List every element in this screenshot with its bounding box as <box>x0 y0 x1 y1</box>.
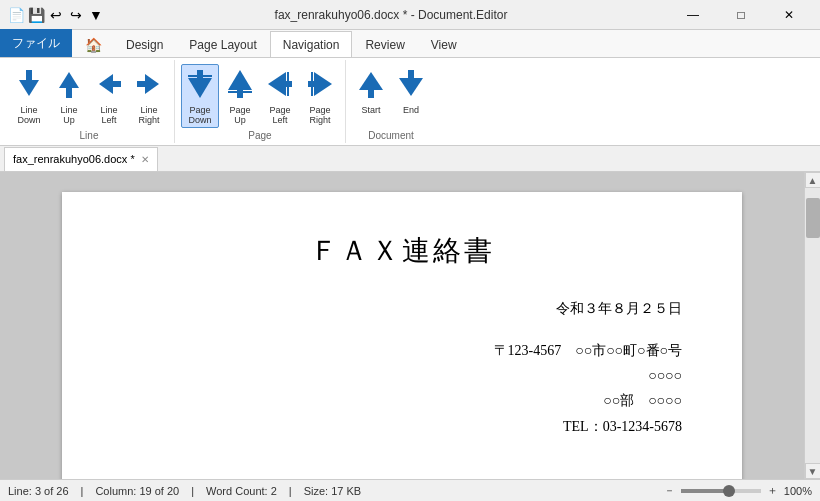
svg-rect-3 <box>66 86 72 98</box>
page-right-icon <box>306 68 334 104</box>
line-right-icon <box>135 68 163 104</box>
svg-marker-4 <box>99 74 113 94</box>
quick-access-toolbar: 📄 💾 ↩ ↪ ▼ <box>8 7 104 23</box>
editor-area: ＦＡＸ連絡書 令和３年８月２５日 〒123-4567 ○○市○○町○番○号 ○○… <box>0 172 820 479</box>
redo-icon[interactable]: ↪ <box>68 7 84 23</box>
page-left-icon <box>266 68 294 104</box>
status-separator3: | <box>289 485 292 497</box>
page-up-button[interactable]: Page Up <box>221 64 259 128</box>
start-label: Start <box>361 106 380 116</box>
vertical-scrollbar[interactable]: ▲ ▼ <box>804 172 820 479</box>
status-words: Word Count: 2 <box>206 485 277 497</box>
status-column: Column: 19 of 20 <box>95 485 179 497</box>
tab-review[interactable]: Review <box>352 31 417 57</box>
minimize-button[interactable]: — <box>670 0 716 30</box>
tab-navigation[interactable]: Navigation <box>270 31 353 57</box>
close-button[interactable]: ✕ <box>766 0 812 30</box>
line-group-buttons: Line Down Line Up Line Left Line Right <box>10 62 168 128</box>
line-left-label: Line Left <box>100 106 117 126</box>
document-date: 令和３年８月２５日 <box>122 300 682 318</box>
line-down-button[interactable]: Line Down <box>10 64 48 128</box>
line-right-label: Line Right <box>138 106 159 126</box>
zoom-thumb[interactable] <box>723 485 735 497</box>
ribbon-tab-bar: ファイル 🏠 Design Page Layout Navigation Rev… <box>0 30 820 58</box>
address-line3: ○○部 ○○○○ <box>122 388 682 413</box>
page-right-label: Page Right <box>309 106 330 126</box>
zoom-in-icon[interactable]: ＋ <box>767 483 778 498</box>
tab-page-layout[interactable]: Page Layout <box>176 31 269 57</box>
svg-marker-8 <box>188 78 212 98</box>
save-icon[interactable]: 💾 <box>28 7 44 23</box>
svg-rect-1 <box>26 70 32 82</box>
end-button[interactable]: End <box>392 64 430 128</box>
svg-rect-7 <box>137 81 147 87</box>
tab-file[interactable]: ファイル <box>0 29 72 57</box>
quick-access-dropdown[interactable]: ▼ <box>88 7 104 23</box>
zoom-out-icon[interactable]: － <box>664 483 675 498</box>
scroll-up-arrow[interactable]: ▲ <box>805 172 821 188</box>
title-bar: 📄 💾 ↩ ↪ ▼ fax_renrakuhyo06.docx * - Docu… <box>0 0 820 30</box>
ribbon-group-line: Line Down Line Up Line Left Line Right <box>4 60 175 143</box>
zoom-track-fill <box>681 489 729 493</box>
ribbon-toolbar: Line Down Line Up Line Left Line Right <box>0 58 820 146</box>
end-label: End <box>403 106 419 116</box>
address-line2: ○○○○ <box>122 363 682 388</box>
document-page[interactable]: ＦＡＸ連絡書 令和３年８月２５日 〒123-4567 ○○市○○町○番○号 ○○… <box>62 192 742 479</box>
status-bar: Line: 3 of 26 | Column: 19 of 20 | Word … <box>0 479 820 501</box>
tab-design[interactable]: Design <box>113 31 176 57</box>
scroll-track[interactable] <box>805 188 821 463</box>
line-down-icon <box>15 68 43 104</box>
svg-marker-14 <box>268 72 286 96</box>
document-group-label: Document <box>368 128 414 141</box>
document-tab-bar: fax_renrakuhyo06.docx * ✕ <box>0 146 820 172</box>
line-group-label: Line <box>80 128 99 141</box>
svg-marker-20 <box>359 72 383 90</box>
start-button[interactable]: Start <box>352 64 390 128</box>
svg-marker-6 <box>145 74 159 94</box>
line-up-label: Line Up <box>60 106 77 126</box>
ribbon-group-document: Start End Document <box>346 60 436 143</box>
page-up-label: Page Up <box>229 106 250 126</box>
page-right-button[interactable]: Page Right <box>301 64 339 128</box>
svg-marker-17 <box>314 72 332 96</box>
app-icon: 📄 <box>8 7 24 23</box>
ribbon-group-page: Page Down Page Up Page Left Page Right <box>175 60 346 143</box>
status-size: Size: 17 KB <box>304 485 361 497</box>
line-left-button[interactable]: Line Left <box>90 64 128 128</box>
line-down-label: Line Down <box>17 106 40 126</box>
page-down-label: Page Down <box>188 106 211 126</box>
svg-rect-21 <box>368 88 374 98</box>
page-up-icon <box>226 68 254 104</box>
scroll-down-arrow[interactable]: ▼ <box>805 463 821 479</box>
doc-tab-close[interactable]: ✕ <box>141 154 149 165</box>
window-title: fax_renrakuhyo06.docx * - Document.Edito… <box>112 8 670 22</box>
status-line: Line: 3 of 26 <box>8 485 69 497</box>
scroll-thumb[interactable] <box>806 198 820 238</box>
zoom-slider[interactable] <box>681 489 761 493</box>
tab-view[interactable]: View <box>418 31 470 57</box>
line-left-icon <box>95 68 123 104</box>
status-separator1: | <box>81 485 84 497</box>
page-left-button[interactable]: Page Left <box>261 64 299 128</box>
page-left-label: Page Left <box>269 106 290 126</box>
document-address: 〒123-4567 ○○市○○町○番○号 ○○○○ ○○部 ○○○○ TEL：0… <box>122 338 682 439</box>
tab-home[interactable]: 🏠 <box>74 31 113 57</box>
line-up-button[interactable]: Line Up <box>50 64 88 128</box>
svg-marker-2 <box>59 72 79 88</box>
line-right-button[interactable]: Line Right <box>130 64 168 128</box>
document-tab[interactable]: fax_renrakuhyo06.docx * ✕ <box>4 147 158 171</box>
address-line1: 〒123-4567 ○○市○○町○番○号 <box>122 338 682 363</box>
start-icon <box>357 68 385 104</box>
svg-rect-5 <box>111 81 121 87</box>
document-title: ＦＡＸ連絡書 <box>122 232 682 270</box>
undo-icon[interactable]: ↩ <box>48 7 64 23</box>
doc-tab-name: fax_renrakuhyo06.docx * <box>13 153 135 165</box>
zoom-level: 100% <box>784 485 812 497</box>
end-icon <box>397 68 425 104</box>
page-down-button[interactable]: Page Down <box>181 64 219 128</box>
svg-marker-0 <box>19 80 39 96</box>
maximize-button[interactable]: □ <box>718 0 764 30</box>
svg-rect-23 <box>408 70 414 80</box>
window-controls: — □ ✕ <box>670 0 812 30</box>
editor-content[interactable]: ＦＡＸ連絡書 令和３年８月２５日 〒123-4567 ○○市○○町○番○号 ○○… <box>0 172 804 479</box>
